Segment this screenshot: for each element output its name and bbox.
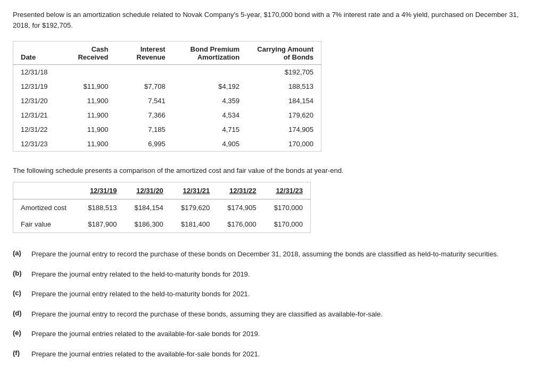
cell-premium: 4,534 xyxy=(173,108,247,122)
cell-carrying: 174,905 xyxy=(247,122,321,137)
table-row: 12/31/2311,9006,9954,905170,000 xyxy=(13,137,321,152)
question-text: Prepare the journal entry related to the… xyxy=(31,289,532,299)
cell-premium xyxy=(173,65,247,80)
comparison-cell: $170,000 xyxy=(264,199,311,216)
cell-cash xyxy=(59,65,115,80)
intro-paragraph: Presented below is an amortization sched… xyxy=(13,10,532,30)
question-label: (a) xyxy=(13,249,31,257)
table-row: 12/31/2111,9007,3664,534179,620 xyxy=(13,108,321,122)
cell-interest: $7,708 xyxy=(115,79,172,94)
question-label: (c) xyxy=(13,289,31,297)
header-interest-revenue: InterestRevenue xyxy=(115,41,172,65)
comparison-cell: $174,905 xyxy=(217,199,263,216)
cell-interest: 7,185 xyxy=(115,122,172,137)
cell-date: 12/31/20 xyxy=(13,94,59,108)
comparison-header: 12/31/22 xyxy=(217,182,263,199)
question-label: (d) xyxy=(13,309,31,317)
cell-premium: 4,715 xyxy=(173,122,247,137)
cell-interest: 7,366 xyxy=(115,108,172,122)
question-item: (f)Prepare the journal entries related t… xyxy=(13,349,532,360)
cell-cash: 11,900 xyxy=(59,108,115,122)
cell-premium: $4,192 xyxy=(173,79,247,94)
amortization-table: Date CashReceived InterestRevenue Bond P… xyxy=(13,41,321,152)
table-row: 12/31/2011,9007,5414,359184,154 xyxy=(13,94,321,108)
table-row: 12/31/2211,9007,1854,715174,905 xyxy=(13,122,321,137)
question-text: Prepare the journal entry to record the … xyxy=(31,309,532,320)
comparison-table: 12/31/1912/31/2012/31/2112/31/2212/31/23… xyxy=(13,182,311,233)
comparison-cell: $184,154 xyxy=(124,199,170,216)
cell-carrying: 188,513 xyxy=(247,79,321,94)
header-bond-premium: Bond PremiumAmortization xyxy=(173,41,247,65)
question-item: (e)Prepare the journal entries related t… xyxy=(13,329,532,339)
cell-cash: 11,900 xyxy=(59,94,115,108)
comparison-cell: $170,000 xyxy=(264,216,311,233)
cell-date: 12/31/18 xyxy=(13,65,59,80)
comparison-cell: $186,300 xyxy=(124,216,170,233)
cell-date: 12/31/19 xyxy=(13,79,59,94)
comparison-cell: $179,620 xyxy=(171,199,217,216)
question-item: (d)Prepare the journal entry to record t… xyxy=(13,309,532,320)
question-item: (b)Prepare the journal entry related to … xyxy=(13,269,532,280)
cell-date: 12/31/22 xyxy=(13,122,59,137)
comparison-row: Amortized cost$188,513$184,154$179,620$1… xyxy=(13,199,311,216)
comparison-cell: $188,513 xyxy=(78,199,124,216)
cell-date: 12/31/21 xyxy=(13,108,59,122)
comparison-header: 12/31/23 xyxy=(264,182,311,199)
header-carrying-amount: Carrying Amountof Bonds xyxy=(247,41,321,65)
comparison-cell: Amortized cost xyxy=(13,199,78,216)
questions-section: (a)Prepare the journal entry to record t… xyxy=(13,249,532,359)
cell-carrying: 179,620 xyxy=(247,108,321,122)
cell-premium: 4,905 xyxy=(173,137,247,152)
comparison-text: The following schedule presents a compar… xyxy=(13,166,532,174)
question-label: (b) xyxy=(13,269,31,277)
comparison-header: 12/31/20 xyxy=(124,182,170,199)
table-row: 12/31/18$192,705 xyxy=(13,65,321,80)
cell-date: 12/31/23 xyxy=(13,137,59,152)
table-row: 12/31/19$11,900$7,708$4,192188,513 xyxy=(13,79,321,94)
cell-carrying: $192,705 xyxy=(247,65,321,80)
cell-cash: 11,900 xyxy=(59,122,115,137)
cell-cash: $11,900 xyxy=(59,79,115,94)
comparison-cell: $181,400 xyxy=(171,216,217,233)
comparison-cell: Fair value xyxy=(13,216,78,233)
question-label: (f) xyxy=(13,349,31,357)
question-item: (a)Prepare the journal entry to record t… xyxy=(13,249,532,260)
question-text: Prepare the journal entries related to t… xyxy=(31,349,532,360)
comparison-cell: $187,900 xyxy=(78,216,124,233)
cell-cash: 11,900 xyxy=(59,137,115,152)
cell-interest xyxy=(115,65,172,80)
cell-carrying: 184,154 xyxy=(247,94,321,108)
question-label: (e) xyxy=(13,329,31,337)
cell-interest: 6,995 xyxy=(115,137,172,152)
cell-carrying: 170,000 xyxy=(247,137,321,152)
question-text: Prepare the journal entries related to t… xyxy=(31,329,532,339)
comparison-cell: $176,000 xyxy=(217,216,263,233)
question-text: Prepare the journal entry to record the … xyxy=(31,249,532,260)
comparison-header: 12/31/21 xyxy=(171,182,217,199)
comparison-header: 12/31/19 xyxy=(78,182,124,199)
question-item: (c)Prepare the journal entry related to … xyxy=(13,289,532,299)
cell-premium: 4,359 xyxy=(173,94,247,108)
comparison-row: Fair value$187,900$186,300$181,400$176,0… xyxy=(13,216,311,233)
cell-interest: 7,541 xyxy=(115,94,172,108)
header-date: Date xyxy=(13,41,59,65)
question-text: Prepare the journal entry related to the… xyxy=(31,269,532,280)
header-cash-received: CashReceived xyxy=(59,41,115,65)
comparison-header xyxy=(13,182,78,199)
